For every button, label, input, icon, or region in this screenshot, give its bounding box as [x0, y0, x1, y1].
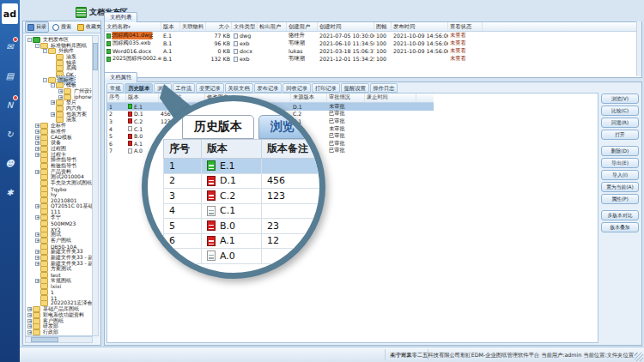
doc-list-column-header[interactable]: 创建用户 — [287, 22, 318, 31]
version-doc-icon — [128, 141, 132, 146]
rail-icon[interactable]: ✉ — [0, 38, 20, 55]
tree-expander[interactable] — [27, 38, 32, 42]
tree-expander[interactable] — [58, 95, 63, 100]
scrollbar-thumb[interactable] — [93, 43, 98, 70]
version-action-button[interactable]: 回退(R) — [601, 118, 639, 128]
history-no: 6 — [107, 141, 126, 147]
sidebar-toolbar-button[interactable]: 收藏夹 — [75, 21, 104, 33]
tree-expander[interactable] — [35, 130, 39, 134]
version-action-button[interactable]: 比较(C) — [601, 106, 639, 116]
magnifier-tab[interactable]: 历史版本 — [182, 115, 254, 139]
tree-expander[interactable] — [35, 215, 39, 220]
doc-list-column-header[interactable]: 版本 — [161, 22, 180, 31]
filetype-icon — [234, 33, 238, 39]
doc-view-status: 未查看 — [448, 55, 483, 63]
doc-list-column-header[interactable]: 查看状态 — [448, 22, 483, 31]
magnifier-column-header: 序号 — [164, 140, 202, 158]
folder-icon — [40, 129, 48, 135]
doc-list-column-header[interactable]: 发布时间 — [392, 22, 448, 31]
sidebar-toolbar-button[interactable]: 搜索 — [50, 21, 74, 33]
version-action-button[interactable]: 版本叠加 — [601, 222, 639, 232]
tree-horizontal-scrollbar[interactable] — [25, 336, 93, 343]
doc-created-time: 2021-06-10 11:34:50 — [318, 40, 374, 46]
version-action-button[interactable]: 多版本对比 — [601, 210, 639, 220]
tree-expander[interactable] — [27, 307, 32, 311]
tree-item-label: 油泵 — [65, 116, 77, 124]
rail-icon[interactable]: ↻ — [0, 125, 20, 142]
doc-list-row[interactable]: 国标阀041.dwg E.1 77 KB dwg 骆桂升 2021-07-05 … — [105, 32, 641, 39]
rail-icon[interactable]: ☻ — [0, 154, 20, 172]
doc-props-tab[interactable]: 变更记录 — [196, 83, 224, 93]
scrollbar-thumb[interactable] — [31, 337, 58, 342]
doc-list-column-header[interactable]: 文件类型 — [232, 22, 258, 31]
magnifier-no: 4 — [164, 204, 202, 219]
tree-expander[interactable] — [51, 100, 55, 105]
tree-expander[interactable] — [27, 319, 32, 323]
doc-list-row[interactable]: 2025国标件0002.exb B.1 132 KB exb 韦继潮 2021-… — [105, 55, 641, 63]
doc-props-tab[interactable]: 关联文档 — [225, 83, 253, 93]
doc-list-column-header[interactable]: 图幅 — [374, 22, 392, 31]
doc-props-tab[interactable]: 发布记录 — [254, 83, 283, 93]
doc-list-column-header[interactable]: 大小 — [206, 22, 232, 31]
doc-list-row[interactable]: Word016.docx A.1 0 KB docx lukas 2021-03… — [105, 47, 641, 55]
doc-list-column-header[interactable]: 检出用户 — [258, 22, 287, 31]
history-column-header[interactable]: 审批情况 — [327, 94, 365, 102]
doc-list-scrollbar[interactable] — [636, 21, 641, 76]
tree-item[interactable]: 500MM23 — [35, 220, 92, 226]
tree-expander[interactable] — [43, 49, 47, 53]
doc-list-column-header[interactable]: 创建时间 — [318, 22, 374, 31]
tree-expander[interactable] — [35, 204, 39, 208]
doc-list-column-header[interactable]: 关联物料 — [180, 22, 206, 31]
doc-props-tab[interactable]: 常规 — [106, 83, 124, 93]
tree-expander[interactable] — [35, 238, 39, 243]
tree-expander[interactable] — [35, 262, 39, 266]
tree-expander[interactable] — [51, 112, 55, 117]
doc-props-tab[interactable]: 回收记录 — [283, 83, 311, 93]
rail-icon[interactable]: N — [0, 96, 20, 113]
version-action-button[interactable]: 导入(I) — [601, 170, 639, 180]
tree-expander[interactable] — [35, 232, 39, 237]
tree-expander[interactable] — [51, 83, 55, 87]
tree-expander[interactable] — [35, 170, 39, 174]
version-action-button[interactable]: 导出(E) — [601, 158, 639, 168]
tree-expander[interactable] — [35, 153, 39, 157]
doc-list-column-header[interactable]: 文档名称 — [105, 22, 161, 31]
tree-vertical-scrollbar[interactable] — [92, 35, 99, 336]
tree-expander[interactable] — [35, 44, 39, 48]
tree-expander[interactable] — [35, 256, 39, 260]
history-column-header[interactable]: 废止时间 — [365, 94, 416, 102]
doc-version: E.1 — [161, 33, 180, 39]
doc-list-row[interactable]: 国标阀035.exb B.1 96 KB exb 韦继潮 2021-06-10 … — [105, 39, 641, 47]
doc-props-tab[interactable]: 打印记录 — [312, 83, 340, 93]
tree-expander[interactable] — [27, 330, 32, 335]
resize-grip[interactable] — [635, 353, 643, 361]
tree-expander[interactable] — [35, 124, 39, 128]
doc-props-tab[interactable]: 提醒设置 — [341, 83, 369, 93]
tree-expander[interactable] — [35, 147, 39, 151]
version-action-button[interactable]: 置为当前(A) — [601, 182, 639, 192]
app-window: ad ✉ ▤ N ↻ — [0, 0, 644, 362]
doc-props-tab[interactable]: 历史版本 — [125, 83, 153, 93]
version-action-button[interactable]: 删除(D) — [601, 146, 639, 156]
history-column-header[interactable]: 版本 — [126, 94, 159, 102]
sidebar-toolbar-button[interactable]: 目录 — [25, 21, 49, 33]
tree-expander[interactable] — [43, 78, 47, 82]
tree-item[interactable]: 行政部 — [27, 329, 92, 335]
tree-expander[interactable] — [58, 89, 63, 94]
rail-icon[interactable]: ▤ — [0, 67, 20, 84]
version-action-button[interactable]: 浏览(V) — [601, 94, 639, 104]
doc-props-tab[interactable]: 工作流 — [173, 83, 196, 93]
tree-expander[interactable] — [35, 136, 39, 140]
version-action-button[interactable]: 属性(P) — [601, 194, 639, 204]
doc-props-tab[interactable]: 操作日志 — [370, 83, 398, 93]
history-column-header[interactable]: 序号 — [107, 94, 126, 102]
history-column-header[interactable]: 来源版本 — [291, 94, 327, 102]
tree-expander[interactable] — [35, 250, 39, 254]
tree-expander[interactable] — [27, 313, 32, 317]
tree-expander[interactable] — [27, 324, 32, 329]
tree-expander[interactable] — [35, 279, 39, 283]
version-action-button[interactable]: 打开 — [601, 130, 639, 140]
tree-item[interactable]: 1 — [35, 289, 92, 295]
tree-expander[interactable] — [35, 141, 39, 145]
rail-icon[interactable]: ✱ — [0, 184, 20, 201]
